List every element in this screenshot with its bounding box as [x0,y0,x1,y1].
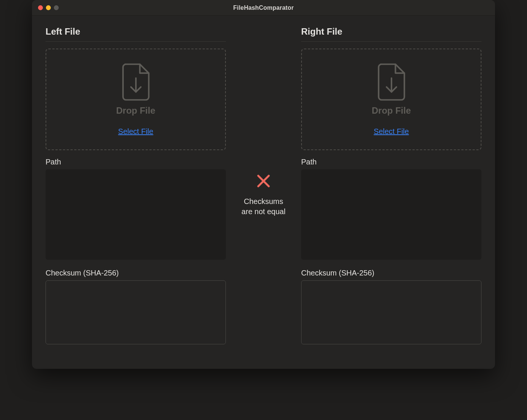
left-file-heading: Left File [46,26,226,42]
traffic-lights [38,5,59,10]
titlebar: FileHashComparator [32,0,495,16]
main-content: Left File Drop File Select File Path Che… [32,16,495,369]
x-mark-icon [256,173,271,190]
left-path-value[interactable] [46,169,226,260]
right-select-file-link[interactable]: Select File [374,127,409,136]
file-download-icon [120,63,152,102]
comparison-status-text: Checksums are not equal [242,196,286,217]
left-checksum-label: Checksum (SHA-256) [46,269,226,277]
file-download-icon [375,63,408,102]
left-drop-text: Drop File [116,105,155,116]
right-path-value[interactable] [301,169,481,260]
left-file-panel: Left File Drop File Select File Path Che… [46,26,226,355]
minimize-window-button[interactable] [46,5,51,10]
close-window-button[interactable] [38,5,43,10]
right-path-label: Path [301,158,481,166]
right-checksum-value[interactable] [301,280,481,344]
right-file-heading: Right File [301,26,481,42]
right-drop-text: Drop File [372,105,411,116]
right-dropzone[interactable]: Drop File Select File [301,49,481,150]
left-select-file-link[interactable]: Select File [118,127,153,136]
comparison-status: Checksums are not equal [226,26,301,355]
right-file-panel: Right File Drop File Select File Path Ch… [301,26,481,355]
left-checksum-value[interactable] [46,280,226,344]
left-dropzone[interactable]: Drop File Select File [46,49,226,150]
window-title: FileHashComparator [233,5,294,11]
right-checksum-label: Checksum (SHA-256) [301,269,481,277]
app-window: FileHashComparator Left File Drop File S… [32,0,495,369]
left-path-label: Path [46,158,226,166]
zoom-window-button[interactable] [54,5,59,10]
